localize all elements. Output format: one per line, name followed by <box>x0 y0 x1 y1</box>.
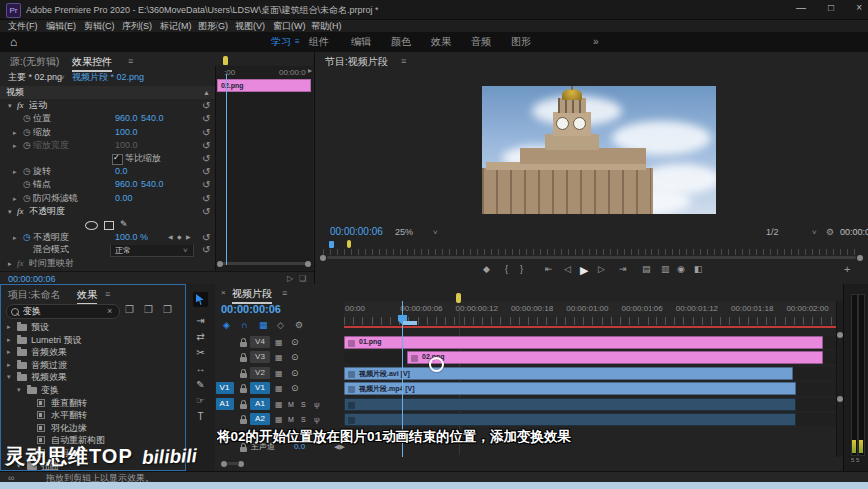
value-1[interactable]: 960.0 <box>115 178 138 191</box>
clip-V2[interactable]: 视频片段.avi [V] <box>344 367 793 380</box>
h-scrollbar[interactable] <box>227 462 239 465</box>
expand-icon[interactable]: ▸ <box>7 359 11 371</box>
extract-button[interactable]: ▥ <box>661 264 670 274</box>
reset-parameter-icon[interactable]: ↺ <box>202 192 210 205</box>
rect-mask-icon[interactable] <box>104 221 114 230</box>
tree-item-2[interactable]: ▸Lumetri 预设 <box>1 334 185 346</box>
tab-sequence[interactable]: 视频片段 <box>232 287 272 304</box>
stopwatch-icon[interactable]: ◷ <box>23 165 31 178</box>
lock-icon[interactable] <box>240 342 247 347</box>
audio-lane-A1[interactable] <box>344 398 836 411</box>
reset-parameter-icon[interactable]: ↺ <box>202 99 210 112</box>
lane-playhead[interactable] <box>226 74 227 265</box>
expand-icon[interactable]: ▸ <box>7 321 11 333</box>
video-lane-V4[interactable]: 01.png <box>344 336 836 349</box>
expand-icon[interactable]: ▸ <box>13 126 17 139</box>
mark-in-button[interactable]: { <box>505 264 508 274</box>
program-timecode[interactable]: 00:00:00:06 <box>330 226 383 238</box>
effect-controls-timeline[interactable]: :00 00:00:0 02.png ▸ <box>215 66 313 271</box>
value-2[interactable]: 540.0 <box>141 178 164 191</box>
menu-item-3[interactable]: 剪辑(C) <box>84 21 115 32</box>
reset-parameter-icon[interactable]: ↺ <box>202 205 210 218</box>
reset-parameter-icon[interactable]: ↺ <box>202 112 210 125</box>
menu-item-8[interactable]: 窗口(W) <box>273 21 306 32</box>
expand-icon[interactable]: ▸ <box>8 257 12 270</box>
panel-menu-icon[interactable]: ≡ <box>128 56 133 66</box>
tree-item-5[interactable]: ▾视频效果 <box>1 371 185 383</box>
razor-tool[interactable]: ✂ <box>186 347 215 358</box>
workspace-tab-3[interactable]: 编辑 <box>351 36 371 48</box>
tree-item-1[interactable]: ▸预设 <box>1 321 185 333</box>
reset-parameter-icon[interactable]: ↺ <box>202 165 210 178</box>
mute-button[interactable]: M <box>288 398 294 411</box>
value-2[interactable]: 540.0 <box>141 112 164 125</box>
play-button[interactable]: ▶ <box>580 264 588 277</box>
menu-item-1[interactable]: 文件(F) <box>8 21 38 32</box>
value-1[interactable]: 960.0 <box>115 112 138 125</box>
expand-icon[interactable]: ▸ <box>13 231 17 244</box>
tab-project[interactable]: 项目:未命名 <box>8 288 61 302</box>
track-target-V4[interactable]: V4 <box>250 336 270 348</box>
play-only-audio-icon[interactable]: ▷ <box>287 274 293 283</box>
source-patch-A1[interactable]: A1 <box>216 398 234 410</box>
source-patch-V1[interactable]: V1 <box>216 382 234 394</box>
home-icon[interactable]: ⌂ <box>10 36 17 48</box>
workspace-overflow-icon[interactable]: » <box>593 36 599 48</box>
audio-clip-A1[interactable] <box>344 398 796 411</box>
ec-lane-expand-icon[interactable]: ▸ <box>308 66 312 75</box>
tab-program-monitor[interactable]: 节目:视频片段 <box>325 55 388 69</box>
menu-item-6[interactable]: 图形(G) <box>198 21 228 32</box>
expand-icon[interactable]: ▸ <box>7 346 11 358</box>
workspace-tab-menu-icon[interactable]: ≡ <box>295 37 300 47</box>
menu-item-5[interactable]: 标记(M) <box>160 21 192 32</box>
blend-mode-select[interactable]: 正常˅ <box>110 244 194 257</box>
audio-clip-A2[interactable] <box>344 413 796 426</box>
workspace-tab-5[interactable]: 效果 <box>431 36 451 48</box>
add-keyframe-icon[interactable]: ◆ <box>177 231 182 244</box>
pen-mask-icon[interactable]: ✎ <box>120 218 128 231</box>
track-output-eye-icon[interactable]: ⊙ <box>291 382 299 395</box>
lock-icon[interactable] <box>240 373 247 378</box>
go-to-out-button[interactable]: ⇥ <box>619 264 627 274</box>
value-1[interactable]: 0.0 <box>115 165 128 178</box>
ec-section-video[interactable]: 视频▲ <box>0 86 215 99</box>
selection-tool[interactable] <box>193 292 208 307</box>
lane-scroll-handle-right[interactable] <box>305 261 311 267</box>
fx-badge-icon[interactable]: fx <box>17 257 24 270</box>
lock-icon[interactable] <box>240 388 247 393</box>
voiceover-mic-icon[interactable]: ψ <box>314 398 320 411</box>
stopwatch-icon[interactable]: ◷ <box>23 112 31 125</box>
v-scrollbar[interactable] <box>836 301 843 457</box>
ripple-edit-tool[interactable]: ⇄ <box>186 331 215 342</box>
sync-lock-icon[interactable]: ▦ <box>275 413 283 426</box>
tree-item-4[interactable]: ▸音频过渡 <box>1 359 185 371</box>
video-lane-V1[interactable]: 视频片段.mp4 [V] <box>344 382 836 395</box>
value-1[interactable]: 100.0 <box>115 126 138 139</box>
mark-out-button[interactable]: } <box>520 264 523 274</box>
sync-lock-icon[interactable]: ▦ <box>275 351 283 364</box>
lane-scrollbar[interactable] <box>219 262 309 265</box>
stopwatch-icon[interactable]: ◷ <box>23 139 31 152</box>
track-target-A1[interactable]: A1 <box>250 398 270 410</box>
snap-icon[interactable]: ∩ <box>241 320 247 330</box>
tree-item-8[interactable]: 水平翻转 <box>1 409 185 421</box>
add-marker-icon[interactable]: ◇ <box>277 320 284 330</box>
reset-parameter-icon[interactable]: ↺ <box>202 139 210 152</box>
panel-menu-icon[interactable]: ≡ <box>105 289 110 299</box>
stopwatch-icon[interactable]: ◷ <box>23 192 31 205</box>
mute-button[interactable]: M <box>288 413 294 426</box>
lock-icon[interactable] <box>240 447 247 452</box>
value-1[interactable]: 100.0 % <box>115 231 148 244</box>
expand-icon[interactable]: ▸ <box>13 165 17 178</box>
ellipse-mask-icon[interactable] <box>85 221 98 230</box>
reset-parameter-icon[interactable]: ↺ <box>202 178 210 191</box>
timeline-timecode[interactable]: 00:00:00:06 <box>221 303 281 315</box>
collapse-icon[interactable]: ▾ <box>7 371 11 383</box>
video-lane-V3[interactable]: 02.png <box>344 351 836 364</box>
tab-effects[interactable]: 效果 <box>77 288 97 305</box>
value-1[interactable]: 0.00 <box>115 192 133 205</box>
audio-lane-A2[interactable] <box>344 413 836 426</box>
solo-button[interactable]: S <box>301 413 306 426</box>
marker-pin-icon[interactable] <box>223 56 228 65</box>
fx-badge-icon[interactable]: fx <box>17 205 24 218</box>
